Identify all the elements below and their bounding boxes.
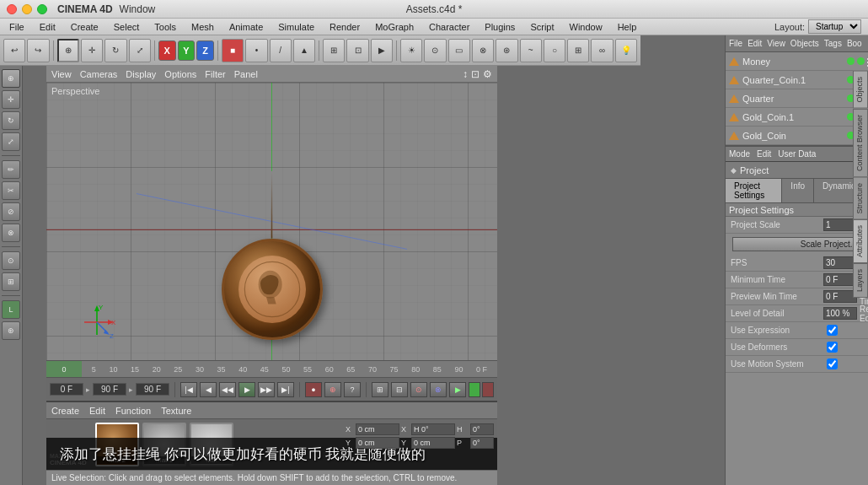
viewport-display[interactable]: Display — [126, 69, 156, 79]
viewport-settings-icon[interactable]: ⚙ — [483, 68, 492, 80]
record-button[interactable]: ● — [305, 382, 322, 397]
camera-button[interactable]: ⊙ — [424, 39, 446, 62]
viewport-panel[interactable]: Panel — [234, 69, 258, 79]
tool-scale[interactable]: ⤢ — [2, 132, 20, 151]
tool-move[interactable]: ✛ — [2, 90, 20, 109]
rotate-button[interactable]: ↻ — [104, 39, 126, 62]
h-input[interactable] — [470, 423, 494, 435]
snap-button[interactable]: ⊗ — [430, 382, 447, 397]
menu-help[interactable]: Help — [615, 21, 640, 33]
motion-clip-button[interactable]: ⊞ — [372, 382, 388, 397]
maximize-button[interactable] — [37, 4, 47, 14]
viewport-canvas[interactable]: Perspective — [46, 83, 497, 360]
keyframe-button[interactable]: ⊡ — [346, 39, 368, 62]
x-size-input[interactable] — [411, 423, 455, 435]
menu-edit[interactable]: Edit — [37, 21, 58, 33]
window-menu[interactable]: Window — [120, 3, 156, 15]
menu-tools[interactable]: Tools — [152, 21, 179, 33]
lod-input[interactable] — [823, 307, 857, 320]
vert-tab-objects[interactable]: Objects — [853, 71, 868, 109]
object-mode-button[interactable]: ■ — [222, 39, 244, 62]
project-scale-input[interactable] — [823, 218, 857, 231]
tool-knife[interactable]: ⊘ — [2, 202, 20, 221]
object-row-money[interactable]: Money — [726, 52, 868, 71]
menu-render[interactable]: Render — [327, 21, 362, 33]
end-frame-input[interactable] — [93, 383, 126, 396]
viewport-cameras[interactable]: Cameras — [80, 69, 118, 79]
attr-user-data[interactable]: User Data — [778, 149, 816, 159]
end-frame2-input[interactable] — [136, 383, 169, 396]
scale-project-button[interactable]: Scale Project... — [732, 237, 868, 251]
preview-min-input[interactable] — [823, 290, 857, 303]
attr-mode[interactable]: Mode — [729, 149, 750, 159]
use-expr-checkbox[interactable] — [827, 325, 838, 336]
tool-paint[interactable]: ✏ — [2, 160, 20, 179]
min-time-input[interactable] — [823, 273, 857, 286]
menu-plugins[interactable]: Plugins — [482, 21, 517, 33]
play-forward-button[interactable]: ▶ — [238, 382, 255, 397]
mat-edit[interactable]: Edit — [89, 406, 105, 416]
go-start-button[interactable]: |◀ — [180, 382, 197, 397]
live-select-button[interactable]: ⊕ — [57, 39, 79, 62]
tool-snap[interactable]: ⊙ — [2, 251, 20, 270]
obj-edit[interactable]: Edit — [747, 39, 762, 48]
motion-sys-checkbox[interactable] — [827, 358, 838, 369]
bend-button[interactable]: ∞ — [591, 39, 613, 62]
animate-button[interactable]: ▶ — [449, 382, 466, 397]
poly-mode-button[interactable]: ▲ — [293, 39, 315, 62]
layout-select[interactable]: Startup — [808, 19, 861, 34]
viewport-file[interactable]: View — [51, 69, 72, 79]
viewport-expand-icon[interactable]: ↕ — [463, 68, 468, 80]
menu-simulate[interactable]: Simulate — [276, 21, 317, 33]
money-dot-green2[interactable] — [857, 57, 865, 65]
point-mode-button[interactable]: • — [245, 39, 267, 62]
menu-character[interactable]: Character — [426, 21, 472, 33]
vert-tab-structure[interactable]: Structure — [853, 177, 868, 220]
play-button[interactable]: ▶ — [371, 39, 393, 62]
tool-a[interactable]: L — [2, 300, 20, 319]
vert-tab-attributes[interactable]: Attributes — [853, 219, 868, 263]
menu-select[interactable]: Select — [111, 21, 142, 33]
floor-button[interactable]: ▭ — [448, 39, 470, 62]
fps-input[interactable] — [823, 256, 857, 269]
use-def-checkbox[interactable] — [827, 342, 838, 353]
red-indicator[interactable] — [482, 382, 494, 397]
timeline-button[interactable]: ⊞ — [323, 39, 345, 62]
mograph-button[interactable]: ⊛ — [496, 39, 517, 62]
x-pos-input[interactable] — [356, 423, 399, 435]
obj-file[interactable]: File — [729, 39, 742, 48]
layer-button[interactable]: ⊟ — [391, 382, 408, 397]
mat-function[interactable]: Function — [115, 406, 151, 416]
prev-frame-button[interactable]: ◀ — [200, 382, 217, 397]
z-axis-button[interactable]: Z — [196, 40, 214, 61]
bulge-button[interactable]: 💡 — [615, 39, 637, 62]
tool-cut[interactable]: ✂ — [2, 181, 20, 200]
tool-rotate[interactable]: ↻ — [2, 111, 20, 130]
viewport-solo-icon[interactable]: ⊡ — [471, 68, 480, 80]
x-axis-button[interactable]: X — [158, 40, 176, 61]
auto-key-button[interactable]: ⊕ — [324, 382, 341, 397]
subdivide-button[interactable]: ⊞ — [567, 39, 589, 62]
object-row-goldcoin[interactable]: Gold_Coin — [726, 127, 868, 145]
redo-button[interactable]: ↪ — [27, 39, 49, 62]
green-indicator[interactable] — [469, 382, 480, 397]
obj-boo[interactable]: Boo — [847, 39, 862, 48]
object-row-goldcoin1[interactable]: Gold_Coin.1 — [726, 108, 868, 127]
tool-magnet2[interactable]: ⊛ — [2, 321, 20, 340]
nurbs-button[interactable]: ○ — [544, 39, 565, 62]
menu-script[interactable]: Script — [528, 21, 556, 33]
coin-object[interactable] — [222, 171, 323, 340]
obj-objects[interactable]: Objects — [790, 39, 819, 48]
mat-texture[interactable]: Texture — [161, 406, 191, 416]
current-frame-input[interactable] — [50, 383, 83, 396]
tab-info[interactable]: Info — [782, 179, 814, 202]
next-frame-button[interactable]: ▶▶ — [258, 382, 275, 397]
go-end-button[interactable]: ▶| — [277, 382, 294, 397]
menu-window[interactable]: Window — [567, 21, 605, 33]
spline-button[interactable]: ~ — [520, 39, 542, 62]
deformer-button[interactable]: ⊗ — [472, 39, 494, 62]
edge-mode-button[interactable]: / — [270, 39, 292, 62]
money-dot-green[interactable] — [847, 57, 855, 65]
tab-project-settings[interactable]: Project Settings — [726, 179, 782, 202]
timeline-scale[interactable]: 5 10 15 20 25 30 35 40 45 50 55 60 65 70… — [82, 361, 497, 377]
